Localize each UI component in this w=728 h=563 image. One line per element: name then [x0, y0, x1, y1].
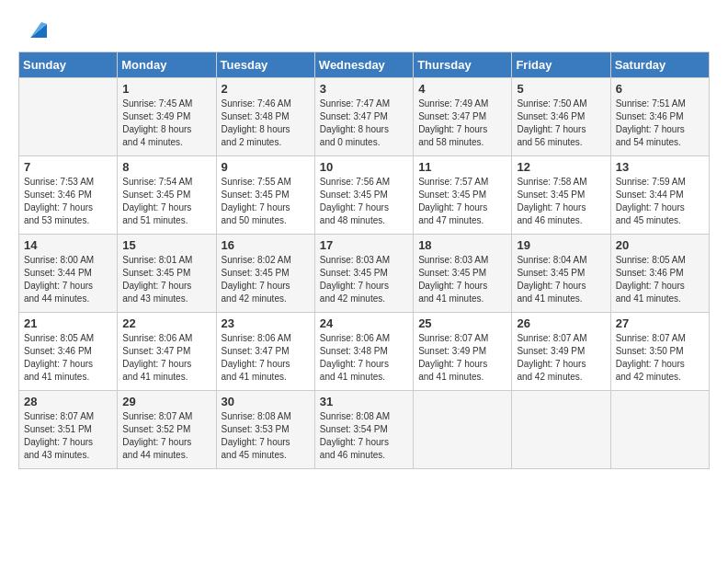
cell-content: Sunrise: 8:04 AMSunset: 3:45 PMDaylight:… [517, 254, 605, 305]
calendar-cell: 7Sunrise: 7:53 AMSunset: 3:46 PMDaylight… [19, 156, 118, 235]
day-number: 16 [222, 238, 310, 252]
cell-content: Sunrise: 8:08 AMSunset: 3:53 PMDaylight:… [222, 410, 310, 462]
day-number: 26 [517, 316, 605, 330]
day-number: 29 [122, 395, 210, 408]
calendar-cell: 22Sunrise: 8:06 AMSunset: 3:47 PMDayligh… [118, 313, 216, 391]
calendar-cell [512, 391, 610, 469]
day-number: 25 [418, 316, 506, 330]
calendar-week-row: 28Sunrise: 8:07 AMSunset: 3:51 PMDayligh… [19, 391, 710, 469]
calendar-week-row: 21Sunrise: 8:05 AMSunset: 3:46 PMDayligh… [19, 313, 710, 391]
cell-content: Sunrise: 7:49 AMSunset: 3:47 PMDaylight:… [418, 98, 506, 149]
cell-content: Sunrise: 8:07 AMSunset: 3:51 PMDaylight:… [24, 410, 112, 462]
calendar-cell: 12Sunrise: 7:58 AMSunset: 3:45 PMDayligh… [512, 156, 610, 235]
day-number: 13 [616, 160, 704, 174]
day-of-week-header: Thursday [414, 52, 512, 78]
cell-content: Sunrise: 8:02 AMSunset: 3:45 PMDaylight:… [222, 254, 310, 305]
day-number: 28 [24, 395, 112, 408]
calendar-cell: 2Sunrise: 7:46 AMSunset: 3:48 PMDaylight… [216, 78, 314, 156]
calendar-cell: 21Sunrise: 8:05 AMSunset: 3:46 PMDayligh… [19, 313, 118, 391]
calendar-cell: 31Sunrise: 8:08 AMSunset: 3:54 PMDayligh… [314, 391, 413, 469]
day-of-week-header: Sunday [19, 52, 118, 78]
day-number: 1 [122, 82, 210, 96]
calendar-cell: 8Sunrise: 7:54 AMSunset: 3:45 PMDaylight… [118, 156, 216, 235]
day-number: 11 [418, 160, 506, 174]
calendar-cell: 9Sunrise: 7:55 AMSunset: 3:45 PMDaylight… [216, 156, 314, 235]
calendar-cell: 11Sunrise: 7:57 AMSunset: 3:45 PMDayligh… [414, 156, 512, 235]
calendar-cell: 27Sunrise: 8:07 AMSunset: 3:50 PMDayligh… [610, 313, 709, 391]
cell-content: Sunrise: 8:05 AMSunset: 3:46 PMDaylight:… [616, 254, 704, 305]
day-number: 5 [517, 82, 605, 96]
calendar-cell: 10Sunrise: 7:56 AMSunset: 3:45 PMDayligh… [314, 156, 413, 235]
calendar-cell: 14Sunrise: 8:00 AMSunset: 3:44 PMDayligh… [19, 235, 118, 313]
cell-content: Sunrise: 7:54 AMSunset: 3:45 PMDaylight:… [122, 176, 210, 227]
day-number: 21 [24, 316, 112, 330]
cell-content: Sunrise: 7:59 AMSunset: 3:44 PMDaylight:… [616, 176, 704, 227]
day-number: 18 [418, 238, 506, 252]
day-number: 23 [222, 316, 310, 330]
day-number: 14 [24, 238, 112, 252]
day-number: 2 [222, 82, 310, 96]
calendar-cell: 24Sunrise: 8:06 AMSunset: 3:48 PMDayligh… [314, 313, 413, 391]
cell-content: Sunrise: 7:50 AMSunset: 3:46 PMDaylight:… [517, 98, 605, 149]
day-number: 8 [122, 160, 210, 174]
logo [18, 18, 49, 42]
calendar-cell: 20Sunrise: 8:05 AMSunset: 3:46 PMDayligh… [610, 235, 709, 313]
calendar-cell: 23Sunrise: 8:06 AMSunset: 3:47 PMDayligh… [216, 313, 314, 391]
cell-content: Sunrise: 8:07 AMSunset: 3:49 PMDaylight:… [418, 332, 506, 384]
cell-content: Sunrise: 7:51 AMSunset: 3:46 PMDaylight:… [616, 98, 704, 149]
calendar-cell: 29Sunrise: 8:07 AMSunset: 3:52 PMDayligh… [118, 391, 216, 469]
day-number: 4 [418, 82, 506, 96]
calendar-cell: 1Sunrise: 7:45 AMSunset: 3:49 PMDaylight… [118, 78, 216, 156]
calendar-cell: 26Sunrise: 8:07 AMSunset: 3:49 PMDayligh… [512, 313, 610, 391]
day-number: 3 [320, 82, 408, 96]
day-number: 27 [616, 316, 704, 330]
calendar-cell: 4Sunrise: 7:49 AMSunset: 3:47 PMDaylight… [414, 78, 512, 156]
cell-content: Sunrise: 8:07 AMSunset: 3:50 PMDaylight:… [616, 332, 704, 384]
day-of-week-header: Friday [512, 52, 610, 78]
calendar-cell: 16Sunrise: 8:02 AMSunset: 3:45 PMDayligh… [216, 235, 314, 313]
calendar-cell [414, 391, 512, 469]
cell-content: Sunrise: 7:55 AMSunset: 3:45 PMDaylight:… [222, 176, 310, 227]
logo-icon [21, 15, 49, 42]
calendar-week-row: 1Sunrise: 7:45 AMSunset: 3:49 PMDaylight… [19, 78, 710, 156]
cell-content: Sunrise: 7:45 AMSunset: 3:49 PMDaylight:… [122, 98, 210, 149]
calendar-table: SundayMondayTuesdayWednesdayThursdayFrid… [18, 52, 710, 469]
day-of-week-header: Wednesday [314, 52, 413, 78]
cell-content: Sunrise: 7:53 AMSunset: 3:46 PMDaylight:… [24, 176, 112, 227]
calendar-cell [19, 78, 118, 156]
day-number: 12 [517, 160, 605, 174]
page-header [18, 18, 710, 42]
cell-content: Sunrise: 8:00 AMSunset: 3:44 PMDaylight:… [24, 254, 112, 305]
day-number: 15 [122, 238, 210, 252]
cell-content: Sunrise: 7:46 AMSunset: 3:48 PMDaylight:… [222, 98, 310, 149]
calendar-week-row: 7Sunrise: 7:53 AMSunset: 3:46 PMDaylight… [19, 156, 710, 235]
cell-content: Sunrise: 8:06 AMSunset: 3:47 PMDaylight:… [222, 332, 310, 384]
calendar-header-row: SundayMondayTuesdayWednesdayThursdayFrid… [19, 52, 710, 78]
cell-content: Sunrise: 8:05 AMSunset: 3:46 PMDaylight:… [24, 332, 112, 384]
day-number: 10 [320, 160, 408, 174]
cell-content: Sunrise: 7:57 AMSunset: 3:45 PMDaylight:… [418, 176, 506, 227]
calendar-cell: 15Sunrise: 8:01 AMSunset: 3:45 PMDayligh… [118, 235, 216, 313]
day-of-week-header: Saturday [610, 52, 709, 78]
cell-content: Sunrise: 8:08 AMSunset: 3:54 PMDaylight:… [320, 410, 408, 462]
calendar-cell: 13Sunrise: 7:59 AMSunset: 3:44 PMDayligh… [610, 156, 709, 235]
day-number: 9 [222, 160, 310, 174]
cell-content: Sunrise: 8:01 AMSunset: 3:45 PMDaylight:… [122, 254, 210, 305]
calendar-cell [610, 391, 709, 469]
calendar-week-row: 14Sunrise: 8:00 AMSunset: 3:44 PMDayligh… [19, 235, 710, 313]
calendar-cell: 3Sunrise: 7:47 AMSunset: 3:47 PMDaylight… [314, 78, 413, 156]
day-number: 19 [517, 238, 605, 252]
calendar-cell: 17Sunrise: 8:03 AMSunset: 3:45 PMDayligh… [314, 235, 413, 313]
cell-content: Sunrise: 8:06 AMSunset: 3:47 PMDaylight:… [122, 332, 210, 384]
day-of-week-header: Monday [118, 52, 216, 78]
calendar-cell: 30Sunrise: 8:08 AMSunset: 3:53 PMDayligh… [216, 391, 314, 469]
day-number: 17 [320, 238, 408, 252]
cell-content: Sunrise: 8:07 AMSunset: 3:52 PMDaylight:… [122, 410, 210, 462]
cell-content: Sunrise: 7:47 AMSunset: 3:47 PMDaylight:… [320, 98, 408, 149]
cell-content: Sunrise: 8:06 AMSunset: 3:48 PMDaylight:… [320, 332, 408, 384]
cell-content: Sunrise: 7:58 AMSunset: 3:45 PMDaylight:… [517, 176, 605, 227]
calendar-cell: 18Sunrise: 8:03 AMSunset: 3:45 PMDayligh… [414, 235, 512, 313]
day-number: 24 [320, 316, 408, 330]
day-of-week-header: Tuesday [216, 52, 314, 78]
day-number: 6 [616, 82, 704, 96]
